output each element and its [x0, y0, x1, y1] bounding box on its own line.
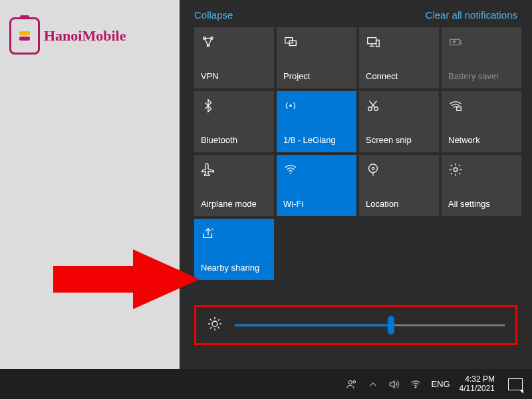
- airplane-icon: [201, 160, 267, 179]
- volume-icon[interactable]: [388, 378, 400, 390]
- quick-action-tiles: VPNProjectConnectBattery saverBluetooth1…: [180, 27, 532, 280]
- tile-battery: Battery saver: [442, 27, 521, 88]
- slider-thumb[interactable]: [388, 316, 394, 334]
- brightness-slider[interactable]: [235, 324, 505, 327]
- svg-point-15: [289, 104, 292, 107]
- svg-line-34: [210, 327, 211, 329]
- slider-fill: [235, 325, 391, 327]
- tile-bluetooth[interactable]: Bluetooth: [194, 91, 274, 152]
- svg-rect-11: [376, 40, 380, 47]
- annotation-arrow: [53, 239, 200, 322]
- tile-label: Bluetooth: [201, 135, 267, 146]
- svg-point-27: [212, 321, 217, 327]
- settings-icon: [448, 160, 515, 179]
- svg-rect-8: [368, 38, 376, 44]
- tile-connect[interactable]: Connect: [359, 27, 439, 88]
- clock-date: 4/11/2021: [460, 384, 495, 394]
- tile-hotspot[interactable]: 1/8 - LeGiang: [277, 91, 356, 152]
- watermark-text: HanoiMobile: [44, 27, 126, 45]
- tile-label: Airplane mode: [201, 199, 267, 209]
- svg-rect-13: [460, 41, 461, 44]
- clock[interactable]: 4:32 PM 4/11/2021: [460, 375, 495, 394]
- notifications-tray-icon[interactable]: [508, 378, 523, 390]
- clear-notifications-link[interactable]: Clear all notifications: [426, 9, 517, 21]
- vpn-icon: [201, 33, 267, 51]
- chevron-up-icon[interactable]: [367, 378, 379, 390]
- tile-label: Nearby sharing: [201, 263, 267, 273]
- tile-share[interactable]: Nearby sharing: [194, 219, 274, 280]
- svg-point-37: [349, 380, 352, 384]
- tile-settings[interactable]: All settings: [442, 155, 521, 216]
- tile-wifi[interactable]: Wi-Fi: [277, 155, 356, 216]
- battery-icon: [448, 33, 515, 51]
- tile-label: Network: [448, 135, 515, 146]
- location-icon: [366, 160, 432, 179]
- people-icon[interactable]: [346, 378, 358, 390]
- svg-point-23: [372, 167, 374, 170]
- svg-line-35: [218, 319, 219, 321]
- svg-point-21: [290, 172, 291, 174]
- connect-icon: [366, 33, 432, 51]
- tile-label: Screen snip: [366, 135, 432, 146]
- tile-label: Wi-Fi: [283, 199, 350, 209]
- svg-point-40: [416, 386, 417, 388]
- bluetooth-icon: [201, 96, 267, 115]
- svg-marker-39: [390, 380, 395, 388]
- language-indicator[interactable]: ENG: [431, 379, 450, 389]
- svg-line-5: [208, 39, 212, 46]
- svg-marker-14: [452, 40, 456, 45]
- tile-label: Location: [366, 199, 432, 209]
- tile-airplane[interactable]: Airplane mode: [194, 155, 274, 216]
- action-center-panel: Collapse Clear all notifications VPNProj…: [180, 0, 532, 369]
- tile-snip[interactable]: Screen snip: [359, 91, 439, 152]
- hotspot-icon: [283, 96, 350, 115]
- svg-line-33: [218, 327, 219, 329]
- svg-line-32: [210, 319, 211, 321]
- collapse-link[interactable]: Collapse: [194, 9, 233, 21]
- tile-label: Connect: [366, 71, 432, 82]
- tile-label: Project: [283, 71, 350, 82]
- tile-project[interactable]: Project: [277, 27, 356, 88]
- tile-label: VPN: [201, 71, 267, 82]
- share-icon: [201, 224, 267, 243]
- wifi-icon: [283, 160, 350, 179]
- action-center-header: Collapse Clear all notifications: [180, 0, 532, 27]
- brightness-slider-row: [194, 305, 517, 345]
- svg-point-22: [369, 164, 378, 173]
- snip-icon: [366, 96, 432, 115]
- phone-logo-icon: [9, 17, 40, 55]
- svg-marker-36: [53, 249, 200, 309]
- brightness-icon: [207, 316, 223, 334]
- tile-label: Battery saver: [448, 71, 515, 82]
- watermark-logo: HanoiMobile: [9, 17, 126, 55]
- taskbar: ENG 4:32 PM 4/11/2021: [0, 369, 532, 399]
- wifi-tray-icon[interactable]: [410, 378, 422, 390]
- tile-label: All settings: [448, 199, 515, 209]
- clock-time: 4:32 PM: [465, 375, 495, 384]
- tile-vpn[interactable]: VPN: [194, 27, 274, 88]
- tile-label: 1/8 - LeGiang: [283, 135, 350, 146]
- tile-network[interactable]: Network: [442, 91, 521, 152]
- svg-line-4: [205, 39, 209, 46]
- svg-point-25: [454, 168, 458, 172]
- svg-point-38: [353, 380, 356, 383]
- tile-location[interactable]: Location: [359, 155, 439, 216]
- project-icon: [283, 33, 350, 51]
- network-icon: [448, 96, 515, 115]
